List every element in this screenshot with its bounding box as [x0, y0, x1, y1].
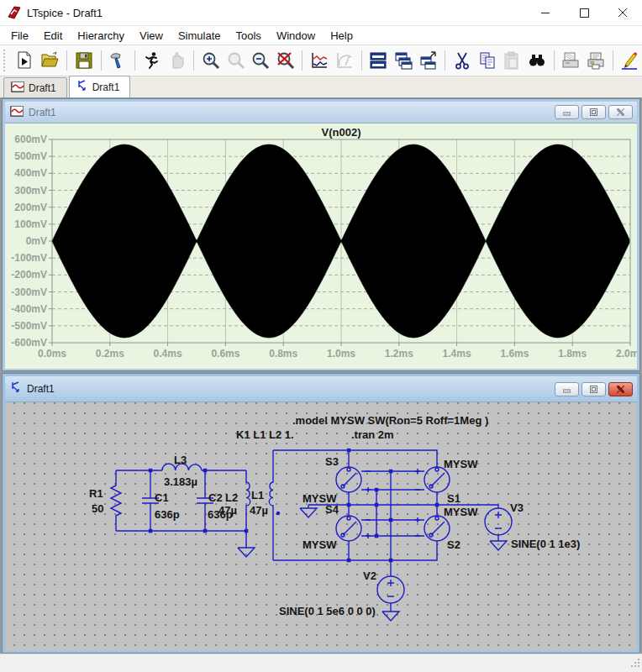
menu-edit[interactable]: Edit [36, 28, 70, 44]
open-file-icon[interactable] [38, 49, 61, 72]
value-s4-model[interactable]: MYSW [303, 538, 337, 551]
waveform-plot-area[interactable]: 600mV500mV400mV300mV200mV100mV0mV-100mV-… [5, 123, 637, 369]
app-close-button[interactable] [603, 0, 642, 25]
label-l3[interactable]: L3 [174, 454, 187, 466]
value-l3[interactable]: 3.183µ [164, 475, 197, 488]
switch-S3[interactable] [336, 467, 361, 492]
toolbar-grip[interactable] [3, 50, 9, 71]
menu-hierarchy[interactable]: Hierarchy [70, 28, 132, 44]
value-v2[interactable]: SINE(0 1 5e6 0 0 0) [279, 605, 376, 617]
cut-icon[interactable] [450, 49, 474, 72]
paste-icon [500, 49, 524, 72]
model-directive[interactable]: .model MYSW SW(Ron=5 Roff=1Meg ) [292, 414, 488, 427]
y-tick-label: 500mV [14, 150, 47, 162]
label-s2[interactable]: S2 [447, 538, 460, 551]
halt-hand-icon [166, 49, 189, 72]
find-icon[interactable] [525, 49, 549, 72]
value-s2-model[interactable]: MYSW [444, 506, 478, 518]
voltage-source-V2[interactable] [377, 576, 404, 621]
voltage-source-V3[interactable] [485, 508, 512, 550]
menu-help[interactable]: Help [323, 28, 360, 44]
app-maximize-button[interactable] [565, 0, 603, 25]
resistor-R1 [111, 470, 121, 531]
switch-polarity-marks [366, 469, 420, 538]
print-preview-icon[interactable] [559, 49, 582, 72]
cascade-windows-icon[interactable] [392, 49, 415, 72]
label-v3[interactable]: V3 [510, 501, 524, 514]
menu-view[interactable]: View [132, 28, 171, 44]
coupling-directive[interactable]: K1 L1 L2 1. [236, 428, 294, 441]
waveform-close-button[interactable] [608, 105, 633, 119]
mdi-area: Draft1 600mV500mV400mV300mV200mV1 [0, 97, 642, 654]
tile-windows-icon[interactable] [367, 49, 391, 72]
control-panel-hammer-icon[interactable] [107, 49, 130, 72]
status-bar [0, 654, 642, 672]
switch-S4[interactable] [336, 516, 361, 541]
y-tick-label: -400mV [11, 303, 47, 315]
schematic-restore-button[interactable] [581, 382, 606, 396]
label-s3[interactable]: S3 [325, 455, 339, 468]
x-tick-label: 1.8ms [558, 348, 587, 360]
resize-grip[interactable] [629, 656, 640, 671]
switch-control-rails [361, 471, 424, 536]
waveform-window-title-bar[interactable]: Draft1 [5, 102, 637, 123]
plot-settings-icon[interactable] [308, 49, 331, 72]
value-c1[interactable]: 636p [155, 508, 180, 521]
y-tick-label: 600mV [14, 134, 47, 145]
tran-directive[interactable]: .tran 2m [351, 428, 394, 441]
zoom-in-icon[interactable] [199, 49, 223, 72]
y-tick-label: 400mV [14, 167, 47, 179]
label-c2[interactable]: C2 [208, 491, 223, 504]
ltspice-window: LTspice - Draft1 File Edit Hierarchy Vie… [0, 0, 642, 672]
menu-simulate[interactable]: Simulate [171, 28, 229, 44]
save-icon[interactable] [72, 49, 96, 72]
arrange-windows-icon[interactable] [417, 49, 440, 72]
waveform-minimize-button[interactable] [555, 105, 579, 119]
menu-tools[interactable]: Tools [229, 28, 269, 44]
label-l2[interactable]: L2 [225, 491, 238, 504]
value-s1-model[interactable]: MYSW [444, 458, 478, 470]
ground-symbol-2 [300, 505, 317, 517]
value-l2[interactable]: 47µ [218, 504, 237, 517]
print-icon[interactable] [584, 49, 608, 72]
switch-S2[interactable] [424, 516, 450, 541]
x-tick-label: 2.0ms [616, 348, 637, 360]
waveform-window-icon [10, 105, 24, 120]
schematic-window-title: Draft1 [27, 383, 55, 395]
value-r1[interactable]: 50 [92, 502, 103, 515]
x-tick-label: 1.2ms [385, 348, 413, 360]
zoom-out-icon[interactable] [249, 49, 272, 72]
schematic-minimize-button[interactable] [555, 382, 579, 396]
label-c1[interactable]: C1 [155, 491, 169, 504]
zoom-full-extents-icon[interactable] [274, 49, 297, 72]
new-simulation-icon[interactable] [13, 49, 37, 72]
schematic-window-title-bar[interactable]: Draft1 [5, 376, 637, 402]
run-simulation-icon[interactable] [140, 49, 164, 72]
menu-window[interactable]: Window [269, 28, 323, 44]
trace-label[interactable]: V(n002) [322, 126, 361, 139]
label-r1[interactable]: R1 [89, 487, 103, 500]
waveform-restore-button[interactable] [581, 105, 606, 119]
y-tick-label: 100mV [14, 218, 47, 230]
app-minimize-button[interactable] [526, 0, 565, 25]
tab-schematic-draft1[interactable]: Draft1 [69, 76, 131, 98]
schematic-window: Draft1 [3, 374, 639, 653]
value-v3[interactable]: SINE(0 1 1e3) [511, 538, 580, 550]
app-title-bar[interactable]: LTspice - Draft1 [0, 0, 642, 26]
tab-label: Draft1 [29, 82, 56, 94]
schematic-canvas[interactable]: .model MYSW SW(Ron=5 Roff=1Meg ) K1 L1 L… [5, 402, 637, 651]
tab-waveform-draft1[interactable]: Draft1 [3, 77, 67, 98]
spice-analysis-icon [333, 49, 356, 72]
copy-icon[interactable] [476, 49, 499, 72]
label-s1[interactable]: S1 [447, 492, 460, 505]
edit-pencil-icon[interactable] [618, 49, 642, 72]
switch-S1[interactable] [424, 467, 450, 492]
schematic-tab-icon [76, 80, 88, 94]
label-s4[interactable]: S4 [325, 503, 339, 516]
menu-file[interactable]: File [3, 28, 36, 44]
value-l1[interactable]: 47µ [250, 504, 268, 517]
waveform-window-title: Draft1 [29, 107, 56, 118]
label-v2[interactable]: V2 [363, 570, 376, 582]
label-l1[interactable]: L1 [251, 489, 264, 501]
schematic-close-button[interactable] [608, 382, 633, 396]
